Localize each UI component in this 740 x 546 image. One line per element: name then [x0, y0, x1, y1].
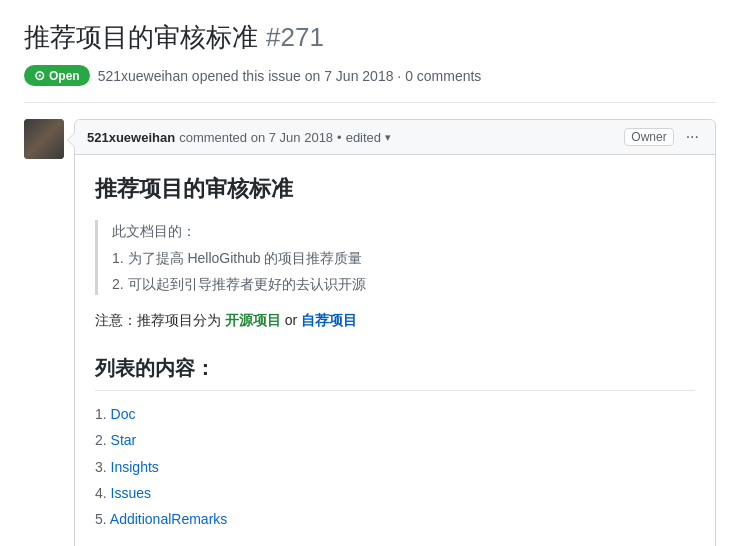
- list-item-number: 5.: [95, 511, 107, 527]
- list-item-number: 4.: [95, 485, 107, 501]
- blockquote-item-2: 2. 可以起到引导推荐者更好的去认识开源: [112, 273, 695, 295]
- edited-link[interactable]: edited: [346, 130, 381, 145]
- list-item: 1. Doc: [95, 403, 695, 425]
- list-item-number: 1.: [95, 406, 107, 422]
- list-item-link[interactable]: AdditionalRemarks: [110, 511, 228, 527]
- list-heading: 列表的内容：: [95, 352, 695, 391]
- comment-header-right: Owner ···: [624, 128, 703, 146]
- note-term2: 自荐项目: [301, 312, 357, 328]
- open-badge: ⊙ Open: [24, 65, 90, 86]
- list-item-number: 3.: [95, 459, 107, 475]
- list-item: 5. AdditionalRemarks: [95, 508, 695, 530]
- badge-label: Open: [49, 69, 80, 83]
- avatar-column: [24, 119, 64, 546]
- divider: [24, 102, 716, 103]
- avatar-image: [24, 119, 64, 159]
- blockquote-item-1: 1. 为了提高 HelloGithub 的项目推荐质量: [112, 247, 695, 269]
- issue-meta-text: 521xueweihan opened this issue on 7 Jun …: [98, 68, 482, 84]
- avatar: [24, 119, 64, 159]
- note-or-text: or: [285, 312, 297, 328]
- issue-number: #271: [266, 22, 324, 53]
- list-item: 4. Issues: [95, 482, 695, 504]
- list-item: 2. Star: [95, 429, 695, 451]
- bullet: •: [337, 130, 342, 145]
- comment-body: 推荐项目的审核标准 此文档目的： 1. 为了提高 HelloGithub 的项目…: [75, 155, 715, 546]
- comment-box: 521xueweihan commented on 7 Jun 2018 • e…: [74, 119, 716, 546]
- issue-title-row: 推荐项目的审核标准 #271: [24, 20, 716, 55]
- blockquote-section: 此文档目的： 1. 为了提高 HelloGithub 的项目推荐质量 2. 可以…: [95, 220, 695, 295]
- content-list: 1. Doc2. Star3. Insights4. Issues5. Addi…: [95, 403, 695, 531]
- list-item-number: 2.: [95, 432, 107, 448]
- note-prefix: 注意：推荐项目分为: [95, 312, 221, 328]
- list-item-link[interactable]: Star: [111, 432, 137, 448]
- list-item-link[interactable]: Insights: [111, 459, 159, 475]
- note-text: 注意：推荐项目分为 开源项目 or 自荐项目: [95, 309, 695, 331]
- commented-text: commented on 7 Jun 2018: [179, 130, 333, 145]
- list-item-link[interactable]: Issues: [111, 485, 151, 501]
- comment-header: 521xueweihan commented on 7 Jun 2018 • e…: [75, 120, 715, 155]
- more-options-button[interactable]: ···: [682, 128, 703, 146]
- issue-title: 推荐项目的审核标准: [24, 20, 258, 55]
- edited-dropdown-arrow[interactable]: ▾: [385, 131, 391, 144]
- list-item-link[interactable]: Doc: [111, 406, 136, 422]
- note-term1: 开源项目: [225, 312, 281, 328]
- comment-author[interactable]: 521xueweihan: [87, 130, 175, 145]
- comment-container: 521xueweihan commented on 7 Jun 2018 • e…: [24, 119, 716, 546]
- comment-header-left: 521xueweihan commented on 7 Jun 2018 • e…: [87, 130, 391, 145]
- blockquote-label: 此文档目的：: [112, 220, 695, 242]
- issue-meta-row: ⊙ Open 521xueweihan opened this issue on…: [24, 65, 716, 86]
- owner-badge: Owner: [624, 128, 673, 146]
- list-item: 3. Insights: [95, 456, 695, 478]
- content-heading: 推荐项目的审核标准: [95, 171, 695, 206]
- open-icon: ⊙: [34, 68, 45, 83]
